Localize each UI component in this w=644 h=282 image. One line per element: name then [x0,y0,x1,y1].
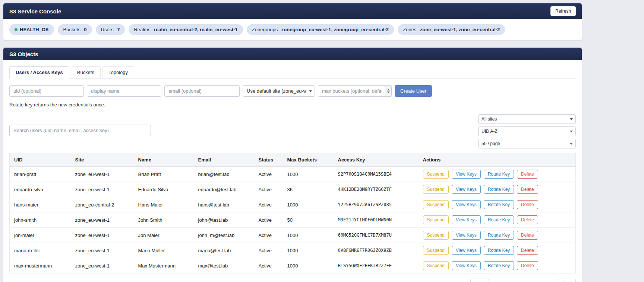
cell-status: Active [254,182,283,197]
max-buckets-stepper[interactable] [385,86,391,96]
suspend-button[interactable]: Suspend [423,170,449,179]
refresh-button[interactable]: Refresh [550,6,576,16]
display-name-input[interactable] [87,85,161,97]
suspend-button[interactable]: Suspend [423,246,449,255]
site-select[interactable]: Use default site (zone_eu-west-1) [243,85,315,97]
table-row: max-mustermann zone_eu-west-1 Max Muster… [10,258,576,273]
sort-select[interactable]: UID A-Z [478,126,576,136]
cell-name: John Smith [134,212,194,228]
suspend-button[interactable]: Suspend [423,200,449,209]
table-row: mario-m-ller zone_eu-west-1 Mario Müller… [10,243,576,258]
column-header-status: Status [254,153,283,167]
cell-name: Brian Pratt [134,167,194,182]
suspend-button[interactable]: Suspend [423,231,449,240]
site-select-wrap: Use default site (zone_eu-west-1) [243,85,315,97]
delete-button[interactable]: Delete [517,231,538,240]
delete-button[interactable]: Delete [517,215,538,224]
site-filter-select[interactable]: All sites [478,114,576,124]
table-row: john-smith zone_eu-west-1 John Smith joh… [10,212,576,228]
prev-page-button[interactable]: Prev [470,279,489,282]
zonegroups-badge-value: zonegroup_eu-west-1, zonegroup_eu-centra… [281,27,389,32]
service-console-card: S3 Service Console Refresh HEALTH_OK Buc… [3,3,582,41]
uid-input[interactable] [9,85,84,97]
suspend-button[interactable]: Suspend [423,261,449,270]
buckets-badge-label: Buckets: [63,27,82,32]
cell-max-buckets: 1000 [283,243,334,258]
realms-badge: Realms: realm_eu-central-2, realm_eu-wes… [129,24,243,35]
s3-objects-header: S3 Objects [3,48,582,60]
cell-site: zone_eu-west-1 [71,243,134,258]
search-input[interactable] [9,125,151,136]
rotate-key-button[interactable]: Rotate Key [484,246,514,255]
cell-uid: eduardo-silva [10,182,71,197]
create-user-form: Use default site (zone_eu-west-1) Create… [9,85,576,97]
delete-button[interactable]: Delete [517,246,538,255]
view-keys-button[interactable]: View Keys [452,215,481,224]
page-size-select[interactable]: 50 / page [478,139,576,148]
view-keys-button[interactable]: View Keys [452,261,481,270]
rotate-key-button[interactable]: Rotate Key [484,215,514,224]
s3-objects-body: Users / Access Keys Buckets Topology Use… [3,60,582,282]
table-row: eduardo-silva zone_eu-west-1 Eduardo Sil… [10,182,576,197]
pagination: Prev Showing 1-7 of 7 (Page 1/1) Next [9,279,576,282]
users-table-head: UID Site Name Email Status Max Buckets A… [10,153,576,167]
cell-uid: max-mustermann [10,258,71,273]
cell-name: Mario Müller [134,243,194,258]
table-row: brian-pratt zone_eu-west-1 Brian Pratt b… [10,167,576,182]
cell-status: Active [254,212,283,228]
rotate-key-button[interactable]: Rotate Key [484,170,514,179]
tab-topology[interactable]: Topology [102,66,134,78]
view-keys-button[interactable]: View Keys [452,246,481,255]
delete-button[interactable]: Delete [517,261,538,270]
suspend-button[interactable]: Suspend [423,215,449,224]
cell-actions: Suspend View Keys Rotate Key Delete [419,228,576,243]
cell-max-buckets: 1000 [283,167,334,182]
cell-status: Active [254,228,283,243]
stepper-down-icon[interactable] [387,92,390,93]
create-user-button[interactable]: Create User [395,85,432,97]
row-actions: Suspend View Keys Rotate Key Delete [423,200,571,209]
rotate-key-button[interactable]: Rotate Key [484,200,514,209]
column-header-access-key: Access Key [334,153,419,167]
view-keys-button[interactable]: View Keys [452,231,481,240]
zonegroups-badge-label: Zonegroups: [252,27,279,32]
cell-access-key: M3E21JYCIHOF0DLMWN0N [334,212,419,228]
cell-actions: Suspend View Keys Rotate Key Delete [419,167,576,182]
view-keys-button[interactable]: View Keys [452,200,481,209]
cell-actions: Suspend View Keys Rotate Key Delete [419,243,576,258]
column-header-site: Site [71,153,134,167]
view-keys-button[interactable]: View Keys [452,185,481,194]
view-keys-button[interactable]: View Keys [452,170,481,179]
cell-name: Eduardo Silva [134,182,194,197]
cell-uid: john-smith [10,212,71,228]
tab-buckets[interactable]: Buckets [71,66,101,78]
page-size-wrap: 50 / page [478,139,576,148]
row-actions: Suspend View Keys Rotate Key Delete [423,215,571,224]
delete-button[interactable]: Delete [517,200,538,209]
delete-button[interactable]: Delete [517,170,538,179]
s3-objects-title: S3 Objects [9,51,38,57]
cell-site: zone_eu-west-1 [71,212,134,228]
next-page-button[interactable]: Next [557,279,576,282]
cell-email: john_m@test.lab [194,228,254,243]
cell-max-buckets: 50 [283,212,334,228]
rotate-key-button[interactable]: Rotate Key [484,261,514,270]
filter-column: All sites UID A-Z 50 / page [478,114,576,148]
tab-users-access-keys[interactable]: Users / Access Keys [9,66,69,78]
stepper-up-icon[interactable] [387,89,390,90]
rotate-key-button[interactable]: Rotate Key [484,185,514,194]
zones-badge-value: zone_eu-west-1, zone_eu-central-2 [420,27,500,32]
suspend-button[interactable]: Suspend [423,185,449,194]
row-actions: Suspend View Keys Rotate Key Delete [423,246,571,255]
delete-button[interactable]: Delete [517,185,538,194]
row-actions: Suspend View Keys Rotate Key Delete [423,170,571,179]
zonegroups-badge: Zonegroups: zonegroup_eu-west-1, zonegro… [247,24,394,35]
cell-status: Active [254,167,283,182]
table-row: hans-maier zone_eu-central-2 Hans Maier … [10,197,576,212]
cell-access-key: S2P70QS1Q4C0MA15SBE4 [334,167,419,182]
cell-site: zone_eu-west-1 [71,182,134,197]
rotate-key-button[interactable]: Rotate Key [484,231,514,240]
cell-name: Jon Maier [134,228,194,243]
max-buckets-input[interactable] [318,85,392,97]
email-input[interactable] [164,85,240,97]
